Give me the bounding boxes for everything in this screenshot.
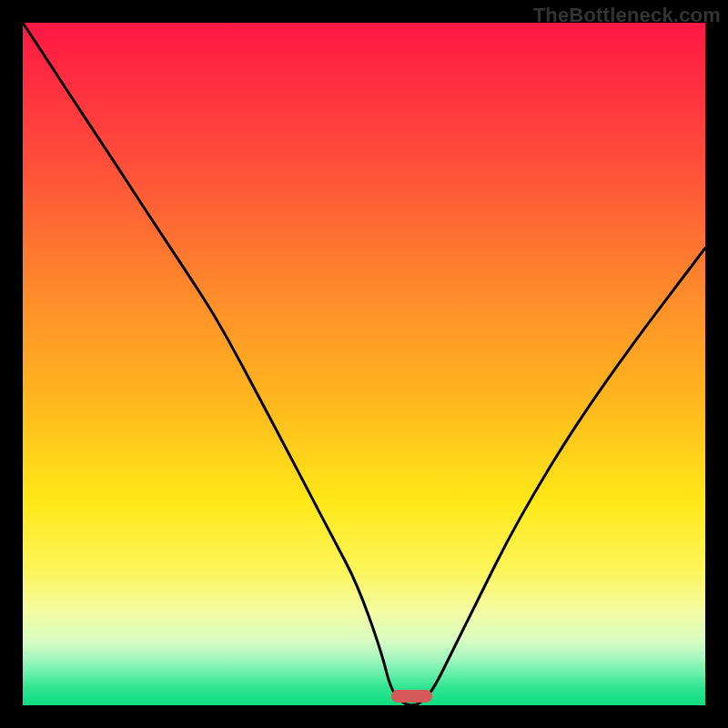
chart-container: TheBottleneck.com xyxy=(0,0,728,728)
watermark-text: TheBottleneck.com xyxy=(533,4,721,27)
plot-svg xyxy=(23,23,705,705)
optimal-marker xyxy=(391,690,432,703)
bottleneck-plot xyxy=(23,23,705,705)
